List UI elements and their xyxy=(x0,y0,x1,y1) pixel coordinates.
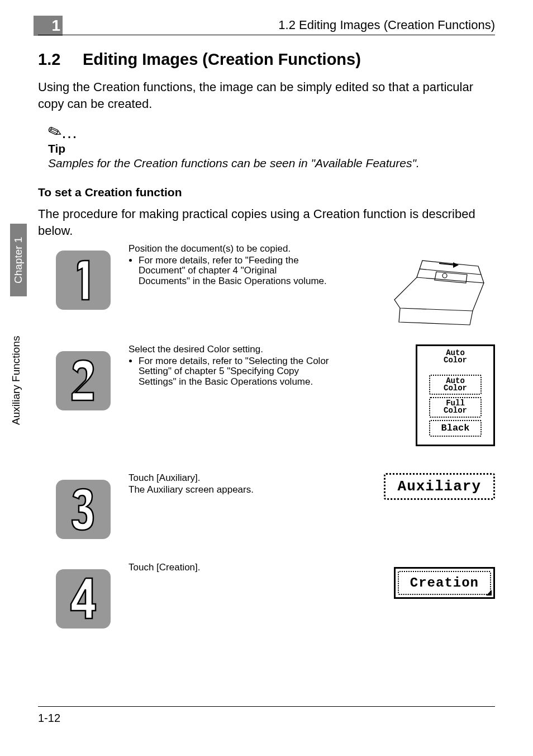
section-intro: Using the Creation functions, the image … xyxy=(38,79,495,112)
step-1: Position the document(s) to be copied. F… xyxy=(56,244,495,328)
fold-corner-icon xyxy=(486,590,492,596)
step-1-bullet: For more details, refer to "Feeding the … xyxy=(139,256,330,287)
step-3-lead: Touch [Auxiliary]. xyxy=(129,473,330,484)
step-3-illustration: Auxiliary xyxy=(384,473,495,500)
step-4-text: Touch [Creation]. xyxy=(129,563,330,574)
section-heading: 1.2Editing Images (Creation Functions) xyxy=(38,50,495,69)
procedure-intro: The procedure for making practical copie… xyxy=(38,206,495,239)
digit-2-icon xyxy=(66,357,100,405)
procedure-heading: To set a Creation function xyxy=(38,186,495,199)
chapter-tab: 1 xyxy=(34,16,63,36)
side-label: Chapter 1 Auxiliary Functions xyxy=(10,224,27,503)
step-3: Touch [Auxiliary]. The Auxiliary screen … xyxy=(56,473,495,546)
step-number-tile xyxy=(56,351,111,410)
color-setting-panel: Auto Color Auto Color Full Color Black xyxy=(416,344,495,446)
step-2-text: Select the desired Color setting. For mo… xyxy=(129,344,330,389)
step-1-lead: Position the document(s) to be copied. xyxy=(129,244,330,254)
step-2: Select the desired Color setting. For mo… xyxy=(56,344,495,456)
tip-text: Samples for the Creation functions can b… xyxy=(48,157,495,170)
step-2-bullet: For more details, refer to "Selecting th… xyxy=(139,356,330,388)
step-number-tile xyxy=(56,480,111,539)
step-4: Touch [Creation]. Creation xyxy=(56,563,495,635)
color-panel-header: Auto Color xyxy=(421,349,490,365)
svg-point-0 xyxy=(442,273,447,278)
color-option-black[interactable]: Black xyxy=(429,420,482,437)
digit-1-icon xyxy=(66,256,100,304)
ellipsis-icon: … xyxy=(61,123,77,141)
step-3-text: Touch [Auxiliary]. The Auxiliary screen … xyxy=(129,473,330,495)
section-number: 1.2 xyxy=(38,50,83,69)
opt-line2: Color xyxy=(444,384,467,393)
content-area: 1.2Editing Images (Creation Functions) U… xyxy=(38,50,495,245)
side-section-label: Auxiliary Functions xyxy=(10,302,27,459)
color-header-line2: Color xyxy=(444,356,467,365)
opt-line2: Color xyxy=(444,406,467,415)
header-divider xyxy=(38,35,495,35)
digit-4-icon xyxy=(66,575,100,623)
step-1-text: Position the document(s) to be copied. F… xyxy=(129,244,330,289)
tip-block: ✎… Tip Samples for the Creation function… xyxy=(48,124,495,170)
footer-divider xyxy=(38,706,495,707)
page-header: 1 1.2 Editing Images (Creation Functions… xyxy=(34,16,495,36)
color-option-full[interactable]: Full Color xyxy=(429,397,482,418)
page-number: 1-12 xyxy=(38,712,60,725)
step-number-tile xyxy=(56,251,111,310)
tip-label: Tip xyxy=(48,142,495,155)
tip-icon-row: ✎… xyxy=(48,124,495,141)
creation-button-label: Creation xyxy=(398,571,491,595)
copier-line-art-icon xyxy=(383,244,495,333)
side-chapter-label: Chapter 1 xyxy=(10,224,27,296)
running-header-title: 1.2 Editing Images (Creation Functions) xyxy=(278,18,495,32)
steps-container: Position the document(s) to be copied. F… xyxy=(56,244,495,652)
digit-3-icon xyxy=(66,485,100,533)
auxiliary-button[interactable]: Auxiliary xyxy=(384,473,495,500)
step-4-lead: Touch [Creation]. xyxy=(129,563,330,573)
section-title-text: Editing Images (Creation Functions) xyxy=(83,50,361,68)
step-4-illustration: Creation xyxy=(394,567,495,599)
step-1-illustration xyxy=(383,244,495,336)
step-number-tile xyxy=(56,569,111,629)
step-2-illustration: Auto Color Auto Color Full Color Black xyxy=(416,344,495,446)
step-3-extra: The Auxiliary screen appears. xyxy=(129,485,330,495)
page: 1 1.2 Editing Images (Creation Functions… xyxy=(0,0,533,756)
creation-button[interactable]: Creation xyxy=(394,567,495,599)
color-option-auto[interactable]: Auto Color xyxy=(429,375,482,395)
step-2-lead: Select the desired Color setting. xyxy=(129,344,330,355)
